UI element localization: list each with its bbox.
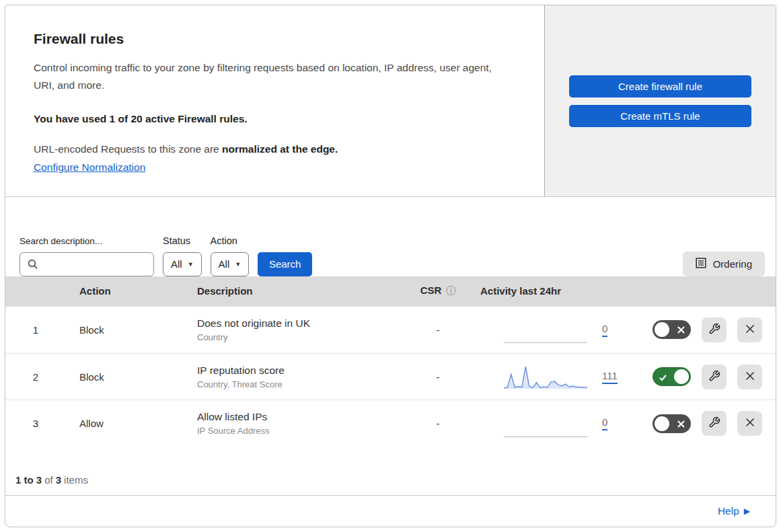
rule-activity-cell: 0	[475, 316, 636, 343]
delete-rule-button[interactable]	[737, 317, 762, 342]
rule-description[interactable]: Does not originate in UK	[197, 317, 401, 330]
normalization-note: URL-encoded Requests to this zone are no…	[34, 143, 516, 155]
ordering-icon	[696, 258, 706, 270]
pagination-total: 3	[56, 474, 61, 486]
intro-panel: Firewall rules Control incoming traffic …	[5, 5, 544, 196]
status-filter-group: Status All▼	[163, 235, 202, 276]
action-label: Action	[211, 235, 250, 246]
help-link-label: Help	[718, 505, 739, 517]
filter-bar: Search description... Status All▼ Action…	[5, 197, 776, 276]
close-icon	[745, 417, 755, 430]
rule-action: Allow	[66, 418, 180, 429]
search-wrap	[20, 252, 154, 276]
info-icon[interactable]: ⓘ	[446, 285, 455, 296]
activity-count-link[interactable]: 111	[602, 370, 618, 384]
status-dropdown-value: All	[171, 258, 182, 270]
create-firewall-rule-button[interactable]: Create firewall rule	[569, 75, 751, 98]
rule-fields: IP Source Address	[197, 426, 401, 436]
activity-sparkline	[504, 363, 587, 390]
column-activity: Activity last 24hr	[475, 285, 636, 297]
toggle-knob	[674, 369, 689, 384]
toggle-knob	[655, 416, 669, 431]
rule-description-cell: Does not originate in UK Country	[180, 317, 401, 342]
toggle-off-x-icon	[677, 325, 685, 337]
action-dropdown-value: All	[219, 258, 230, 270]
pagination-range: 1 to 3	[15, 474, 42, 486]
rule-description[interactable]: Allow listed IPs	[197, 411, 401, 423]
table-row: 1 Block Does not originate in UK Country…	[5, 306, 776, 353]
chevron-down-icon: ▼	[235, 261, 241, 268]
column-csr: CSRⓘ	[401, 284, 475, 297]
usage-summary: You have used 1 of 20 active Firewall ru…	[34, 113, 516, 125]
activity-sparkline-empty	[504, 410, 587, 437]
rule-priority: 2	[5, 371, 66, 383]
rule-description-cell: IP reputation score Country, Threat Scor…	[180, 365, 401, 389]
search-description-input[interactable]	[20, 252, 154, 276]
page-title: Firewall rules	[34, 31, 516, 47]
rule-controls	[636, 317, 776, 342]
close-icon	[745, 371, 755, 383]
activity-count-link[interactable]: 0	[602, 323, 607, 337]
delete-rule-button[interactable]	[737, 365, 762, 389]
wrench-icon	[708, 323, 720, 337]
rule-fields: Country	[197, 332, 401, 342]
ordering-button-label: Ordering	[713, 258, 752, 270]
rule-priority: 1	[5, 324, 66, 336]
rule-action: Block	[66, 371, 180, 383]
status-dropdown[interactable]: All▼	[163, 252, 202, 276]
rule-enabled-toggle[interactable]	[653, 320, 691, 339]
configure-normalization-link[interactable]: Configure Normalization	[34, 161, 145, 174]
wrench-icon	[708, 416, 720, 430]
pagination-summary: 1 to 3 of 3 items	[5, 447, 776, 495]
create-mtls-rule-button[interactable]: Create mTLS rule	[569, 105, 751, 127]
ordering-button[interactable]: Ordering	[683, 252, 765, 276]
table-header: Action Description CSRⓘ Activity last 24…	[5, 276, 776, 306]
pagination-items: items	[64, 474, 88, 486]
edit-rule-button[interactable]	[702, 365, 727, 389]
rule-enabled-toggle[interactable]	[653, 414, 691, 433]
rule-activity-cell: 0	[475, 410, 636, 437]
search-icon	[28, 259, 38, 272]
rule-csr-value: -	[401, 418, 475, 429]
activity-sparkline-empty	[504, 316, 587, 343]
normalization-note-text: URL-encoded Requests to this zone are	[34, 143, 222, 155]
help-link[interactable]: Help▶	[718, 505, 750, 517]
rule-csr-value: -	[401, 324, 475, 336]
rule-activity-cell: 111	[475, 363, 636, 390]
toggle-on-check-icon	[659, 373, 667, 385]
rule-fields: Country, Threat Score	[197, 379, 401, 389]
activity-count-link[interactable]: 0	[602, 416, 607, 430]
toggle-knob	[655, 322, 669, 337]
column-description: Description	[180, 285, 401, 297]
close-icon	[745, 324, 755, 336]
pagination-of: of	[44, 474, 53, 486]
column-action: Action	[66, 285, 180, 297]
table-row: 2 Block IP reputation score Country, Thr…	[5, 353, 776, 400]
edit-rule-button[interactable]	[702, 411, 727, 436]
normalization-note-bold: normalized at the edge.	[222, 143, 338, 155]
rule-controls	[636, 365, 776, 389]
search-label: Search description...	[20, 236, 154, 246]
cta-panel: Create firewall rule Create mTLS rule	[544, 5, 776, 196]
help-bar: Help▶	[5, 495, 776, 527]
table-row: 3 Allow Allow listed IPs IP Source Addre…	[5, 400, 776, 447]
chevron-down-icon: ▼	[188, 261, 194, 268]
rule-action: Block	[66, 324, 180, 336]
column-csr-label: CSR	[420, 284, 442, 296]
rule-description[interactable]: IP reputation score	[197, 365, 401, 377]
top-section: Firewall rules Control incoming traffic …	[5, 5, 776, 197]
rule-priority: 3	[5, 418, 66, 429]
search-button[interactable]: Search	[258, 252, 312, 276]
action-dropdown[interactable]: All▼	[211, 252, 250, 276]
edit-rule-button[interactable]	[702, 317, 727, 342]
rule-csr-value: -	[401, 371, 475, 383]
delete-rule-button[interactable]	[737, 411, 762, 436]
rule-enabled-toggle[interactable]	[653, 367, 691, 386]
rule-controls	[636, 411, 776, 436]
wrench-icon	[708, 370, 720, 384]
search-group: Search description...	[20, 236, 154, 276]
action-filter-group: Action All▼	[211, 235, 250, 276]
firewall-rules-card: Firewall rules Control incoming traffic …	[5, 5, 776, 527]
page-description: Control incoming traffic to your zone by…	[34, 59, 511, 95]
toggle-off-x-icon	[677, 419, 685, 431]
